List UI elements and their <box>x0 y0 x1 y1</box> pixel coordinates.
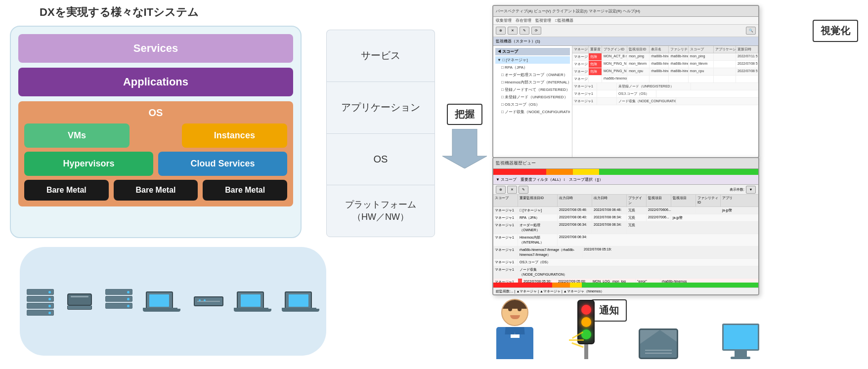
col-facility: ファシリティID <box>669 46 688 53</box>
server-icon-2 <box>105 289 132 314</box>
table-row-3: マネージャ1 危険 MON_PING_N mon_cpu mon_cpu rha… <box>572 68 758 76</box>
email-line-1 <box>645 353 672 354</box>
traffic-light-icon <box>577 300 595 359</box>
col2-importance: 監視項目 <box>671 195 696 206</box>
table-row-6: マネージャ1 OSスコープ（OS） <box>572 90 758 98</box>
monitor-screen <box>722 324 759 351</box>
toolbar-btn-3[interactable]: ✎ <box>520 27 529 35</box>
bar-red <box>493 169 546 175</box>
tree-item-7[interactable]: □ OSスコープ（OS） <box>495 101 570 108</box>
it-system-diagram: Services Applications OS VMs Instances <box>10 26 302 238</box>
col-manager: マネージャ <box>572 46 589 53</box>
email-flap <box>640 330 678 344</box>
tree-item-8[interactable]: □ ノード収集（NODE_CONFIGURATION） <box>495 108 570 116</box>
screenshot-content-1: ◀ スコープ ▼ □ [マネージャ] □ RPA（JPA） □ オーダー処理スコ… <box>493 46 758 158</box>
table-row-7: マネージャ1 ノード収集（NODE_CONFIGURATION） <box>572 98 758 105</box>
laptop-icon <box>146 291 180 312</box>
screenshot2-table: スコープ 重要監視項目ID 出力日時 出力日時 プラグイン 監視項目 監視項目 … <box>493 195 758 295</box>
toolbar2-btn-3[interactable]: ✎ <box>519 186 528 194</box>
person-head <box>501 299 528 326</box>
bottom-bar-orange <box>552 283 570 287</box>
bare-metal-row: Bare Metal Bare Metal Bare Metal <box>24 180 287 201</box>
bottom-status: 総監視数:... | ▲マネージャ | ▲マネージャ | ▲マネージャ（hine… <box>493 287 758 294</box>
traffic-light-green-bulb <box>581 329 591 339</box>
applications-box: Applications <box>18 68 293 96</box>
tree-item-2[interactable]: □ RPA（JPA） <box>495 64 570 71</box>
col2-start-date: 出力日時 <box>558 195 592 206</box>
bar-green <box>599 169 758 175</box>
first-screenshot-wrapper: パースペクティブ(A) ビュー(V) クライアント設定(I) マネージャ設定(R… <box>492 5 853 158</box>
arrow-icon <box>442 129 487 168</box>
table2-row-6: マネージャ1 OSスコープ（OS） <box>493 259 758 266</box>
os-container: OS VMs Instances Hypervisors Cloud Serv <box>18 101 293 206</box>
table-header-1: マネージャ 重要度 プラグインID 監視項目ID 表示名 ファシリティID スコ… <box>572 46 758 53</box>
platform-hw-box: プラットフォーム（HW／NW） <box>326 185 435 237</box>
col2-monitor: 監視項目 <box>647 195 671 206</box>
table2-row-4: マネージャ1 Hinemos内部（INTERNAL） 2022/07/08 06… <box>493 234 758 246</box>
toolbar2-btn-2[interactable]: ✕ <box>507 186 517 194</box>
toolbar2-count[interactable]: ▼ <box>746 186 756 194</box>
email-line-2 <box>645 350 672 351</box>
cloud-server-area <box>20 247 326 356</box>
tree-item-6[interactable]: □ 未登録ノード（UNREGISTERED） <box>495 93 570 101</box>
vms-box: VMs <box>24 123 130 148</box>
col2-monitor-id: 重要監視項目ID <box>518 195 558 206</box>
right-section: パースペクティブ(A) ビュー(V) クライアント設定(I) マネージャ設定(R… <box>492 5 853 322</box>
screenshot2-toolbar: ⊕ ✕ ✎ 表示件数: ▼ <box>493 185 758 195</box>
toolbar-btn-4[interactable]: ⟳ <box>531 27 541 35</box>
bare-metal-box-1: Bare Metal <box>24 180 109 201</box>
table-row-5: マネージャ1 未登録ノード（UNREGISTERED） <box>572 83 758 90</box>
tree-item-5[interactable]: □ 登録ノードすべて（REGISTERED） <box>495 86 570 93</box>
bottom-bar-yellow <box>570 283 582 287</box>
vm-instances-row: VMs Instances <box>24 123 287 148</box>
router-icon <box>67 293 92 310</box>
bar-orange <box>546 169 573 175</box>
monitor-base <box>731 357 750 359</box>
os-platform-box: OS <box>326 133 435 185</box>
color-status-bar <box>493 169 758 175</box>
bottom-color-bar: 総監視数:... | ▲マネージャ | ▲マネージャ | ▲マネージャ（hine… <box>493 283 758 294</box>
toolbar-btn-2[interactable]: ✕ <box>508 27 518 35</box>
tree-item-3[interactable]: □ オーダー処理スコープ（OWNER） <box>495 71 570 79</box>
notification-icons-section <box>475 299 781 359</box>
tree-item-4[interactable]: □ Hinemos内部スコープ（INTERNAL） <box>495 79 570 86</box>
page-title: DXを実現する様々なITシステム <box>40 5 316 20</box>
toolbar-btn-1[interactable]: ⊕ <box>496 27 506 35</box>
col-status: 重要度 <box>589 46 602 53</box>
screenshot-toolbar-1: ⊕ ✕ ✎ ⟳ 🔍 <box>493 25 758 37</box>
server-icon-1 <box>27 289 54 314</box>
person-body <box>496 327 533 359</box>
col2-end-date: 出力日時 <box>592 195 627 206</box>
svg-marker-0 <box>442 129 487 168</box>
cloud-services-box: Cloud Services <box>158 152 287 176</box>
screenshot-2: 監視機器履歴ビュー ▼ スコープ 重要度フィルタ（ALL）↕ スコープ選択（[]… <box>492 157 759 295</box>
tab-bar: 監視機器（スタート）(1) <box>493 37 758 46</box>
table2-row-7: マネージャ1 ノード収集（NODE_CONFIGURATION） <box>493 266 758 279</box>
grasp-label: 把握 <box>447 104 482 125</box>
col2-scope: スコープ <box>493 195 518 206</box>
services-box: Services <box>18 34 293 63</box>
service-platform-box: サービス <box>326 30 435 82</box>
person-tie-right <box>515 327 525 334</box>
col2-app2: アプリ <box>721 195 745 206</box>
tree-item-1[interactable]: ▼ □ [マネージャ] <box>495 56 570 64</box>
traffic-light-box <box>577 300 595 344</box>
col-display: 表示名 <box>650 46 669 53</box>
laptop-icon-2 <box>237 291 271 312</box>
monitor-icon <box>722 324 759 359</box>
col-update-date: 更新日時 <box>736 46 758 53</box>
application-platform-box: アプリケーション <box>326 82 435 133</box>
col-monitor-id: 監視項目ID <box>627 46 650 53</box>
col-plugin: プラグインID <box>602 46 627 53</box>
bottom-bar-green <box>582 283 758 287</box>
left-diagram-section: DXを実現する様々なITシステム Services Applications O… <box>10 5 316 361</box>
screenshot-menubar-1: 収集管理 存在管理 監視管理 □監視機器 <box>493 17 758 25</box>
second-screenshot-wrapper: 監視機器履歴ビュー ▼ スコープ 重要度フィルタ（ALL）↕ スコープ選択（[]… <box>492 157 853 322</box>
screenshot-titlebar-1: パースペクティブ(A) ビュー(V) クライアント設定(I) マネージャ設定(R… <box>493 6 758 17</box>
toolbar-btn-5[interactable]: 🔍 <box>746 27 756 35</box>
toolbar2-btn-1[interactable]: ⊕ <box>496 186 506 194</box>
table2-row-2: マネージャ1 RPA（JPA） 2022/07/08 06:40: 2022/0… <box>493 214 758 222</box>
network-switch-icon <box>194 296 223 306</box>
bare-metal-box-2: Bare Metal <box>114 180 198 201</box>
hypervisors-cloud-row: Hypervisors Cloud Services <box>24 152 287 176</box>
